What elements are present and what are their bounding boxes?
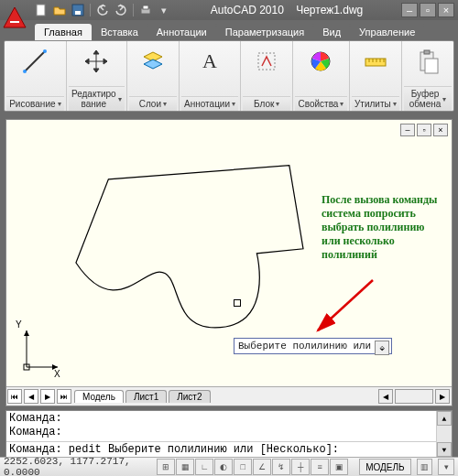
panel-annot-label: Аннотации	[184, 99, 230, 109]
axis-y-label: Y	[16, 319, 22, 330]
qat-print-icon[interactable]	[137, 2, 154, 18]
chevron-down-icon: ▾	[163, 100, 167, 108]
prompt-options-icon[interactable]: ⬙	[375, 341, 389, 355]
document-window: – ▫ × После вызова команды система попро…	[5, 119, 453, 406]
qat-redo-icon[interactable]	[113, 2, 129, 18]
chevron-down-icon: ▾	[58, 100, 61, 108]
command-history: Команда: Команда:	[6, 411, 436, 442]
command-input[interactable]: Команда: pedit Выберите полилинию или [Н…	[6, 442, 436, 457]
dynamic-input-prompt[interactable]: Выберите полилинию или ⬙	[234, 338, 392, 354]
scroll-up-icon[interactable]: ▲	[437, 411, 452, 426]
chevron-down-icon: ▾	[340, 100, 344, 108]
cmd-scrollbar[interactable]: ▲ ▼	[436, 411, 452, 457]
statusbar-menu-icon[interactable]: ▥	[417, 459, 433, 475]
nav-first-icon[interactable]: ⏮	[7, 389, 22, 404]
grid-toggle[interactable]: ▦	[176, 459, 194, 475]
layout-tabs: ⏮ ◀ ▶ ⏭ Модель Лист1 Лист2 ◀ ▶	[6, 386, 452, 406]
panel-utils-label: Утилиты	[354, 99, 391, 109]
panel-props-label: Свойства	[298, 99, 338, 109]
svg-point-5	[23, 70, 27, 73]
svg-point-6	[43, 49, 47, 53]
window-title: AutoCAD 2010 Чертеж1.dwg	[172, 4, 401, 16]
tab-parametric[interactable]: Параметризация	[216, 24, 313, 40]
tab-sheet2[interactable]: Лист2	[169, 390, 210, 403]
chevron-down-icon: ▾	[232, 100, 235, 108]
svg-rect-2	[75, 11, 81, 15]
restore-button[interactable]: ▫	[420, 3, 436, 17]
move-icon	[82, 45, 110, 78]
qat-new-icon[interactable]	[33, 2, 49, 18]
model-paper-toggle[interactable]: МОДЕЛЬ	[359, 459, 410, 475]
svg-rect-4	[143, 5, 148, 9]
annotation-text: После вызова команды система попросить в…	[322, 193, 441, 262]
polar-toggle[interactable]: ◐	[214, 459, 233, 475]
osnap-toggle[interactable]: □	[234, 459, 252, 475]
panel-block[interactable]: Блок▾	[241, 41, 293, 111]
chevron-down-icon: ▾	[276, 100, 279, 108]
nav-last-icon[interactable]: ⏭	[57, 389, 71, 404]
tab-manage[interactable]: Управление	[350, 24, 424, 40]
tab-annotations[interactable]: Аннотации	[147, 24, 216, 40]
layout-nav: ⏮ ◀ ▶ ⏭	[6, 389, 72, 404]
clipboard-icon	[414, 45, 442, 78]
panel-clip-label: Буфер обмена	[409, 89, 442, 109]
doc-minimize-button[interactable]: –	[400, 124, 415, 136]
panel-clipboard[interactable]: Буфер обмена▾	[402, 41, 453, 111]
panel-layers-label: Слои	[139, 99, 161, 109]
coordinates[interactable]: 2252.6023, 1177.2717, 0.0000	[4, 456, 151, 476]
drawing-canvas[interactable]: – ▫ × После вызова команды система попро…	[6, 120, 452, 406]
statusbar-options-icon[interactable]: ▾	[438, 459, 454, 475]
minimize-button[interactable]: –	[401, 3, 418, 17]
tab-view[interactable]: Вид	[313, 24, 350, 40]
doc-restore-button[interactable]: ▫	[417, 124, 431, 136]
file-name: Чертеж1.dwg	[296, 4, 363, 16]
panel-draw[interactable]: Рисование▾	[5, 41, 67, 111]
panel-edit-label: Редактиро вание	[71, 89, 116, 109]
scroll-down-icon[interactable]: ▼	[437, 442, 452, 457]
command-window[interactable]: Команда: Команда: Команда: pedit Выберит…	[5, 410, 453, 458]
arrow-icon	[309, 276, 382, 340]
qat-menu-chevron-icon[interactable]: ▾	[156, 2, 172, 18]
lwt-toggle[interactable]: ≡	[311, 459, 329, 475]
measure-icon	[362, 45, 389, 78]
tab-model[interactable]: Модель	[74, 390, 124, 403]
app-name: AutoCAD 2010	[211, 4, 284, 16]
qat-undo-icon[interactable]	[94, 2, 111, 18]
tab-sheet1[interactable]: Лист1	[125, 390, 167, 403]
snap-toggle[interactable]: ⊞	[157, 459, 175, 475]
pick-cursor	[234, 299, 241, 307]
nav-prev-icon[interactable]: ◀	[24, 389, 38, 404]
otrack-toggle[interactable]: ∠	[253, 459, 271, 475]
panel-block-label: Блок	[254, 99, 274, 109]
close-button[interactable]: ×	[438, 3, 454, 17]
dyn-toggle[interactable]: ┼	[291, 459, 310, 475]
panel-draw-label: Рисование	[9, 99, 55, 109]
titlebar: ▾ AutoCAD 2010 Чертеж1.dwg – ▫ ×	[0, 0, 458, 20]
doc-close-button[interactable]: ×	[433, 124, 448, 136]
svg-rect-12	[424, 50, 430, 54]
qat-open-icon[interactable]	[51, 2, 68, 18]
scroll-thumb[interactable]	[395, 389, 433, 404]
layers-icon	[139, 45, 167, 78]
tab-home[interactable]: Главная	[35, 24, 92, 40]
drawing-shape	[6, 120, 452, 406]
nav-next-icon[interactable]: ▶	[40, 389, 55, 404]
panel-layers[interactable]: Слои▾	[127, 41, 180, 111]
panel-edit[interactable]: Редактиро вание▾	[67, 41, 127, 111]
colorwheel-icon	[307, 45, 334, 78]
svg-rect-13	[425, 59, 438, 73]
panel-properties[interactable]: Свойства▾	[293, 41, 349, 111]
ribbon-tabbar: Главная Вставка Аннотации Параметризация…	[0, 20, 458, 40]
ducs-toggle[interactable]: ↯	[272, 459, 290, 475]
tab-insert[interactable]: Вставка	[92, 24, 147, 40]
ortho-toggle[interactable]: ∟	[195, 459, 213, 475]
svg-text:A: A	[202, 49, 217, 72]
scroll-right-icon[interactable]: ▶	[435, 389, 450, 404]
panel-annotation[interactable]: A Аннотации▾	[180, 41, 241, 111]
scroll-left-icon[interactable]: ◀	[378, 389, 393, 404]
qat-save-icon[interactable]	[70, 2, 86, 18]
status-toggles: ⊞ ▦ ∟ ◐ □ ∠ ↯ ┼ ≡ ▣	[157, 459, 348, 475]
qp-toggle[interactable]: ▣	[330, 459, 348, 475]
app-menu-button[interactable]	[0, 4, 29, 33]
panel-utilities[interactable]: Утилиты▾	[350, 41, 402, 111]
